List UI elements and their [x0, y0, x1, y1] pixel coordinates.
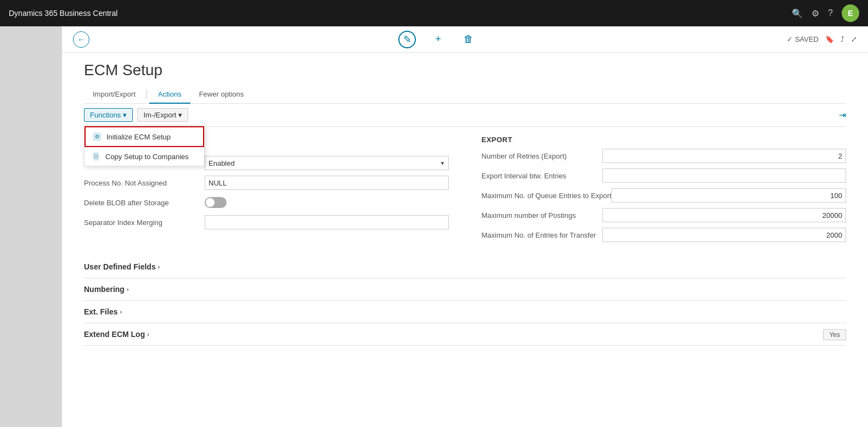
delete-blob-row: Delete BLOB after Storage: [84, 195, 449, 210]
ext-files-chevron-icon: ›: [120, 308, 122, 315]
max-queue-value: [611, 188, 846, 203]
menu-tabs: Import/Export Actions Fewer options: [84, 86, 846, 104]
extend-ecm-log-section[interactable]: Extend ECM Log › Yes: [84, 323, 846, 346]
functions-label: Functions: [90, 111, 121, 119]
expand-icon[interactable]: ⤢: [851, 35, 857, 43]
initialize-label: Initialize ECM Setup: [106, 133, 171, 141]
max-queue-input[interactable]: [611, 188, 846, 203]
user-defined-fields-title: User Defined Fields ›: [84, 262, 160, 271]
max-transfer-row: Maximum No. of Entries for Transfer: [482, 227, 847, 243]
max-transfer-label: Maximum No. of Entries for Transfer: [482, 231, 602, 239]
tab-fewer-options[interactable]: Fewer options: [190, 86, 253, 104]
max-queue-label: Maximum No. of Queue Entries to Export: [482, 192, 612, 200]
add-icon[interactable]: +: [429, 31, 447, 48]
process-no-row: Process No. Not Assigned: [84, 175, 449, 190]
content-area: ← ✎ + 🗑 ✓ SAVED 🔖 ⤴ ⤢ ECM Setup Import/: [62, 26, 868, 427]
svg-rect-3: [94, 154, 99, 160]
main-layout: ← ✎ + 🗑 ✓ SAVED 🔖 ⤴ ⤢ ECM Setup Import/: [0, 26, 868, 427]
max-transfer-input[interactable]: [602, 228, 847, 242]
process-no-value: [205, 176, 449, 190]
top-bar: Dynamics 365 Business Central 🔍 ⚙ ? E: [0, 0, 868, 26]
imexport-chevron-icon: ▾: [178, 111, 182, 119]
separator-label: Separator Index Merging: [84, 218, 205, 227]
status-select-wrapper: Enabled Disabled ▼: [205, 156, 449, 170]
numbering-chevron-icon: ›: [127, 286, 129, 293]
max-postings-value: [602, 208, 847, 222]
status-select[interactable]: Enabled Disabled: [205, 156, 449, 170]
bookmark-icon[interactable]: 🔖: [825, 35, 834, 43]
sidebar: [0, 26, 62, 427]
delete-blob-toggle[interactable]: [205, 197, 227, 208]
page-title: ECM Setup: [84, 53, 846, 86]
avatar[interactable]: E: [842, 4, 859, 22]
toolbar-right: ✓ SAVED 🔖 ⤴ ⤢: [787, 35, 857, 43]
tab-actions[interactable]: Actions: [149, 86, 190, 104]
delete-blob-label: Delete BLOB after Storage: [84, 199, 205, 207]
functions-button[interactable]: Functions ▾: [84, 108, 133, 122]
separator-value: [205, 215, 449, 229]
max-queue-row: Maximum No. of Queue Entries to Export: [482, 188, 847, 203]
imexport-label: Im-/Export: [143, 111, 176, 119]
retries-value: [602, 149, 847, 163]
help-icon[interactable]: ?: [828, 8, 833, 18]
page-content: ECM Setup Import/Export Actions Fewer op…: [62, 53, 868, 427]
search-icon[interactable]: 🔍: [792, 8, 803, 19]
numbering-section[interactable]: Numbering ›: [84, 278, 846, 301]
interval-value: [602, 168, 847, 183]
share-icon[interactable]: ⤴: [841, 35, 844, 43]
interval-row: Export Interval btw. Entries: [482, 168, 847, 183]
extend-ecm-log-title: Extend ECM Log ›: [84, 330, 149, 339]
separator-input[interactable]: [205, 215, 449, 229]
toolbar: ← ✎ + 🗑 ✓ SAVED 🔖 ⤴ ⤢: [62, 26, 868, 53]
separator-row: Separator Index Merging: [84, 215, 449, 230]
top-bar-icons: 🔍 ⚙ ? E: [792, 4, 859, 22]
svg-text:⚙: ⚙: [95, 134, 99, 139]
user-defined-fields-section[interactable]: User Defined Fields ›: [84, 256, 846, 278]
check-icon: ✓: [787, 35, 793, 43]
settings-icon[interactable]: ⚙: [811, 8, 819, 19]
back-button[interactable]: ←: [73, 31, 89, 48]
pin-icon[interactable]: ⇥: [839, 110, 846, 120]
status-value: Enabled Disabled ▼: [205, 156, 449, 170]
max-postings-row: Maximum number of Postings: [482, 207, 847, 223]
interval-input[interactable]: [602, 168, 847, 183]
dropdown-item-copy[interactable]: Copy Setup to Companies: [84, 147, 204, 166]
initialize-icon: ⚙: [92, 132, 102, 142]
extend-ecm-log-chevron-icon: ›: [147, 331, 149, 338]
saved-label: SAVED: [795, 35, 819, 43]
tab-import-export[interactable]: Import/Export: [84, 86, 144, 104]
max-postings-input[interactable]: [602, 208, 847, 222]
export-header: EXPORT: [482, 136, 847, 144]
process-no-input[interactable]: [205, 176, 449, 190]
retries-label: Number of Retries (Export): [482, 152, 602, 160]
ext-files-title: Ext. Files ›: [84, 307, 122, 316]
dropdown-item-initialize[interactable]: ⚙ Initialize ECM Setup: [84, 126, 204, 147]
numbering-title: Numbering ›: [84, 285, 129, 294]
interval-label: Export Interval btw. Entries: [482, 172, 602, 180]
tab-divider: [146, 89, 147, 99]
process-no-label: Process No. Not Assigned: [84, 179, 205, 187]
edit-icon[interactable]: ✎: [398, 31, 416, 48]
delete-blob-toggle-wrapper: [205, 197, 449, 208]
extend-ecm-log-value: Yes: [823, 330, 846, 339]
functions-chevron-icon: ▾: [123, 111, 127, 119]
user-defined-chevron-icon: ›: [158, 263, 160, 270]
max-postings-label: Maximum number of Postings: [482, 211, 602, 220]
retries-input[interactable]: [602, 149, 847, 163]
max-transfer-value: [602, 228, 847, 242]
copy-label: Copy Setup to Companies: [105, 153, 189, 161]
retries-row: Number of Retries (Export): [482, 148, 847, 164]
saved-status: ✓ SAVED: [787, 35, 819, 43]
copy-icon: [91, 151, 101, 161]
right-panel: EXPORT Number of Retries (Export) Export…: [482, 136, 847, 247]
app-title: Dynamics 365 Business Central: [9, 9, 792, 18]
toolbar-center: ✎ + 🗑: [98, 31, 778, 48]
dropdown-menu: ⚙ Initialize ECM Setup Copy Setup to: [84, 126, 205, 166]
ext-files-section[interactable]: Ext. Files ›: [84, 301, 846, 323]
sub-toolbar: Functions ▾ Im-/Export ▾ ⇥ ⚙: [84, 104, 846, 127]
imexport-button[interactable]: Im-/Export ▾: [137, 108, 188, 122]
delete-icon[interactable]: 🗑: [460, 31, 477, 48]
